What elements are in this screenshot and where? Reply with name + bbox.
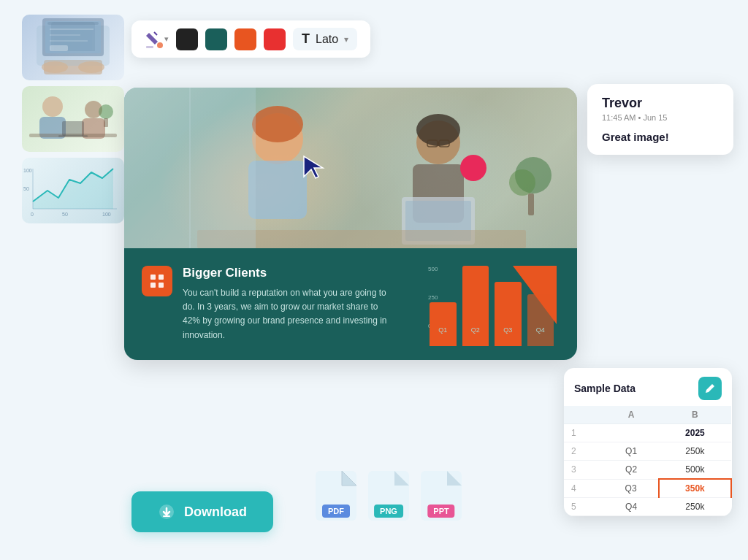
svg-rect-17 <box>104 118 108 127</box>
table-row: 5 Q4 250k <box>564 498 731 516</box>
cursor-icon <box>301 153 327 183</box>
font-selector[interactable]: T Lato ▾ <box>293 28 357 50</box>
svg-rect-49 <box>150 283 156 288</box>
svg-point-42 <box>509 169 535 196</box>
record-button[interactable] <box>460 155 486 181</box>
table-row: 2 Q1 250k <box>564 442 731 461</box>
comment-message: Great image! <box>602 131 719 143</box>
bar-q1 <box>430 302 457 347</box>
download-label: Download <box>184 505 247 520</box>
svg-text:100: 100 <box>102 212 111 217</box>
left-image-stack: 100 50 0 50 100 <box>22 15 124 223</box>
bar-chart-area: 500 250 0 Q1 Q2 Q3 Q4 <box>411 266 557 331</box>
main-scene: 100 50 0 50 100 ▾ <box>0 0 748 560</box>
svg-rect-27 <box>146 46 153 48</box>
col-header-a: A <box>603 406 658 424</box>
comment-timestamp: 11:45 AM • Jun 15 <box>602 113 719 122</box>
comment-author: Trevor <box>602 96 719 111</box>
cell-row2-num: 2 <box>564 442 603 461</box>
slide-icon <box>142 266 172 296</box>
ppt-format-option[interactable]: PPT <box>419 469 463 525</box>
download-icon <box>158 503 175 521</box>
download-button[interactable]: Download <box>131 491 273 532</box>
svg-rect-47 <box>150 275 156 280</box>
data-table-title: Sample Data <box>574 383 636 394</box>
svg-point-4 <box>78 61 104 73</box>
color-swatch-black[interactable] <box>176 28 198 50</box>
svg-point-3 <box>42 61 68 73</box>
table-row: 4 Q3 350k <box>564 479 731 498</box>
svg-rect-50 <box>159 283 164 288</box>
cell-row2-a: Q1 <box>603 442 658 461</box>
cell-row1-b: 2025 <box>659 424 731 442</box>
bar-label-q1: Q1 <box>430 326 457 334</box>
cell-row3-a: Q2 <box>603 461 658 480</box>
slide-content: Bigger Clients You can't build a reputat… <box>124 248 577 360</box>
sample-data-card: Sample Data A B 1 2025 <box>564 368 732 516</box>
svg-rect-8 <box>50 45 68 51</box>
slide-title: Bigger Clients <box>183 266 396 280</box>
png-format-option[interactable]: PNG <box>367 469 411 525</box>
ppt-label: PPT <box>427 505 454 518</box>
bar-label-q3: Q3 <box>495 326 522 334</box>
svg-point-30 <box>252 106 303 142</box>
svg-text:0: 0 <box>31 212 34 217</box>
svg-text:50: 50 <box>23 186 29 191</box>
bar-q2 <box>462 266 489 346</box>
svg-point-9 <box>42 96 63 117</box>
svg-marker-22 <box>33 169 113 209</box>
col-header-b: B <box>659 406 731 424</box>
font-name-label: Lato <box>316 33 338 46</box>
cell-row5-a: Q4 <box>603 498 658 516</box>
pdf-format-option[interactable]: PDF <box>314 469 358 525</box>
bar-label-q4: Q4 <box>527 326 554 334</box>
svg-text:50: 50 <box>62 212 68 217</box>
sample-data-table: A B 1 2025 2 Q1 250k 3 Q2 500k <box>564 406 732 516</box>
table-row: 3 Q2 500k <box>564 461 731 480</box>
thumbnail-2[interactable] <box>22 86 124 152</box>
svg-point-26 <box>157 42 163 48</box>
svg-rect-14 <box>62 121 84 136</box>
svg-point-33 <box>416 114 460 146</box>
thumbnail-3[interactable]: 100 50 0 50 100 <box>22 158 124 223</box>
color-toolbar: ▾ T Lato ▾ <box>131 20 370 58</box>
svg-rect-15 <box>58 135 88 137</box>
font-chevron-icon: ▾ <box>344 34 348 45</box>
color-swatch-red[interactable] <box>264 28 286 50</box>
photo-area <box>124 88 577 248</box>
slide-text-area: Bigger Clients You can't build a reputat… <box>183 266 396 342</box>
color-swatch-teal[interactable] <box>205 28 227 50</box>
svg-marker-46 <box>304 156 323 178</box>
bar-label-q2: Q2 <box>462 326 489 334</box>
svg-rect-31 <box>248 161 307 219</box>
cell-row5-b: 250k <box>659 498 731 516</box>
svg-text:100: 100 <box>23 168 32 173</box>
comment-bubble: Trevor 11:45 AM • Jun 15 Great image! <box>587 84 733 155</box>
cell-row5-num: 5 <box>564 498 603 516</box>
pdf-label: PDF <box>322 505 350 518</box>
font-T-icon: T <box>302 31 310 47</box>
main-presentation-card: Bigger Clients You can't build a reputat… <box>124 88 577 360</box>
paint-bucket-icon[interactable]: ▾ <box>145 30 169 49</box>
thumbnail-1[interactable] <box>22 15 124 80</box>
cell-row4-a: Q3 <box>603 479 658 498</box>
cell-row3-num: 3 <box>564 461 603 480</box>
svg-point-16 <box>99 104 113 119</box>
cell-row2-b: 250k <box>659 442 731 461</box>
cell-row1-a <box>603 424 658 442</box>
format-chips: PDF PNG PPT <box>314 469 463 525</box>
color-swatch-orange[interactable] <box>234 28 256 50</box>
bar-q4 <box>527 294 554 347</box>
bar-q3 <box>495 282 522 346</box>
cell-row1-num: 1 <box>564 424 603 442</box>
svg-rect-48 <box>159 275 164 280</box>
cell-row4-b[interactable]: 350k <box>659 479 731 498</box>
cell-row4-num: 4 <box>564 479 603 498</box>
png-label: PNG <box>374 505 403 518</box>
cell-row3-b: 500k <box>659 461 731 480</box>
edit-button[interactable] <box>698 377 722 400</box>
svg-rect-43 <box>528 193 534 215</box>
table-row: 1 2025 <box>564 424 731 442</box>
data-table-header: Sample Data <box>564 368 732 406</box>
slide-body: You can't build a reputation on what you… <box>183 286 396 342</box>
